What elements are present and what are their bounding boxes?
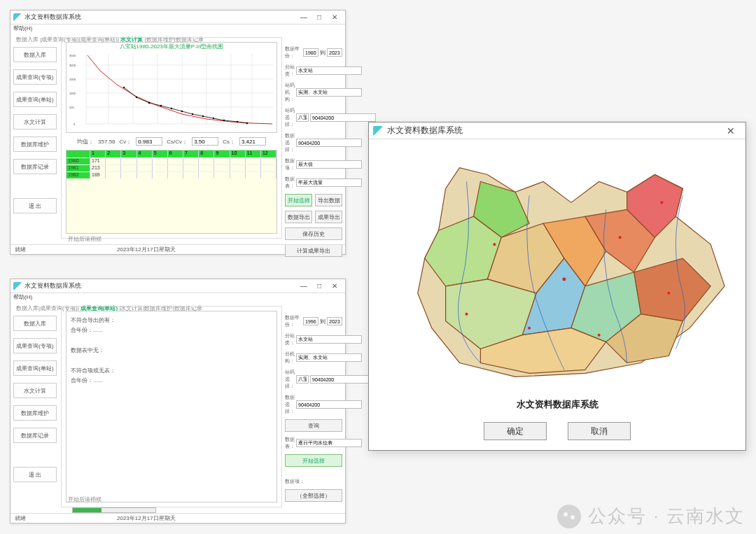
year-to[interactable]	[327, 317, 342, 325]
output-text-pane[interactable]: 不符合导出的有： 合年份：...... 数据表中无： 不符合项或无表： 合年份：…	[66, 311, 277, 503]
chart-svg: 35003000 20001000 5000	[66, 51, 276, 132]
min-button[interactable]: —	[296, 12, 312, 23]
side-calc[interactable]: 水文计算	[13, 114, 57, 129]
svg-point-18	[181, 111, 183, 112]
station-orgs[interactable]	[296, 353, 362, 362]
btn-export-2[interactable]: 成果导出	[315, 211, 342, 223]
year-to[interactable]	[327, 48, 342, 57]
btn-select-all[interactable]: （全部选择）	[285, 489, 342, 502]
svg-text:2000: 2000	[69, 78, 76, 81]
map-ok-button[interactable]: 确定	[484, 422, 547, 440]
status-ready: 就绪	[15, 514, 26, 522]
menu-help[interactable]: 帮助(H)	[13, 25, 32, 31]
app-icon	[373, 126, 383, 136]
svg-point-33	[619, 236, 622, 239]
year-from[interactable]	[303, 317, 318, 325]
grid-header: 123456789101112	[66, 150, 276, 157]
svg-text:500: 500	[69, 106, 74, 109]
map-dialog: 水文资料数据库系统 ✕	[368, 122, 746, 451]
status-date: 2023年12月17日星期天	[117, 514, 176, 522]
svg-text:0: 0	[74, 122, 76, 126]
close-icon[interactable]: ✕	[720, 125, 741, 136]
svg-point-21	[213, 118, 214, 119]
btn-start-select[interactable]: 开始选择	[285, 194, 312, 206]
svg-point-23	[237, 121, 238, 122]
stn-code[interactable]	[296, 375, 309, 384]
svg-point-36	[465, 313, 468, 316]
titlebar: 水文资料数据库系统 — □ ✕	[10, 279, 345, 293]
status-date: 2023年12月17日星期天	[117, 246, 176, 253]
side-query-station[interactable]: 成果查询(单站)	[13, 92, 57, 107]
table-row[interactable]: 1982 189	[66, 171, 276, 178]
side-query-station[interactable]: 成果查询(单站)	[13, 360, 57, 376]
map-canvas[interactable]	[376, 143, 738, 394]
close-button[interactable]: ✕	[327, 281, 342, 292]
sidebar: 数据入库 成果查询(专项) 成果查询(单站) 水文计算 数据库维护 数据库记录 …	[13, 316, 57, 482]
mean-value: 357.58	[98, 139, 115, 145]
window-title: 水文资料数据库系统	[24, 13, 81, 22]
map-titlebar: 水文资料数据库系统 ✕	[369, 122, 746, 139]
btn-query[interactable]: 查询	[285, 419, 342, 432]
side-records[interactable]: 数据库记录	[13, 159, 57, 174]
side-records[interactable]: 数据库记录	[13, 428, 57, 443]
stn-id[interactable]	[310, 375, 376, 384]
station-type[interactable]	[296, 88, 362, 97]
side-query-project[interactable]: 成果查询(专项)	[13, 338, 57, 353]
side-maintain[interactable]: 数据库维护	[13, 136, 57, 152]
stn-code[interactable]	[296, 113, 309, 122]
side-exit[interactable]: 退 出	[13, 467, 57, 482]
yunnan-map-svg	[376, 143, 738, 394]
side-query-project[interactable]: 成果查询(专项)	[13, 69, 57, 85]
data-sel[interactable]	[296, 139, 362, 147]
data-table[interactable]	[296, 439, 362, 447]
data-sel[interactable]	[296, 400, 362, 409]
table-row[interactable]: 1980 171	[66, 157, 276, 164]
cscv-input[interactable]	[192, 137, 218, 146]
side-calc[interactable]: 水文计算	[13, 383, 57, 398]
map-cancel-button[interactable]: 取消	[568, 422, 631, 440]
text-line: 合年份：......	[71, 325, 272, 335]
table-row[interactable]: 1981 213	[66, 164, 276, 171]
mean-label: 均值：	[77, 138, 94, 146]
window-title: 水文资料数据库系统	[24, 281, 81, 290]
btn-save-history[interactable]: 保存历史	[285, 227, 342, 240]
svg-point-24	[246, 122, 248, 124]
side-data-entry[interactable]: 数据入库	[13, 316, 57, 331]
menu-help[interactable]: 帮助(H)	[13, 294, 32, 300]
cv-input[interactable]	[136, 137, 162, 146]
side-exit[interactable]: 退 出	[13, 198, 57, 213]
side-data-entry[interactable]: 数据入库	[13, 47, 57, 62]
svg-point-38	[660, 201, 663, 204]
menu-bar: 帮助(H)	[10, 24, 345, 34]
svg-point-17	[171, 108, 172, 109]
min-button[interactable]: —	[296, 281, 312, 292]
close-button[interactable]: ✕	[327, 12, 342, 23]
sidebar: 数据入库 成果查询(专项) 成果查询(单站) 水文计算 数据库维护 数据库记录 …	[13, 47, 57, 213]
cv-label: Cv：	[120, 138, 132, 146]
btn-export-data[interactable]: 导出数据	[315, 194, 342, 206]
stn-id[interactable]	[310, 113, 376, 122]
svg-point-20	[202, 115, 204, 117]
year-from[interactable]	[303, 48, 318, 57]
cs-input[interactable]	[239, 137, 266, 146]
btn-start-select[interactable]: 开始选择	[285, 454, 342, 467]
status-hint: 开始后请稍候	[68, 496, 102, 503]
menu-bar: 帮助(H)	[10, 293, 345, 303]
window-chart: 水文资料数据库系统 — □ ✕ 帮助(H) 数据入库 |成果查询(专项)|成果查…	[10, 10, 346, 255]
data-item[interactable]	[296, 160, 362, 169]
status-bar: 就绪 2023年12月17日星期天	[10, 244, 345, 254]
side-maintain[interactable]: 数据库维护	[13, 405, 57, 421]
svg-point-13	[123, 87, 125, 88]
station-class[interactable]	[296, 335, 362, 344]
svg-point-22	[223, 120, 225, 121]
right-panel-2: 数据年份： 到 分站类： 分机构： 站码选择： 数据选择： 查询 数据表： 开始…	[285, 314, 342, 502]
chart-title: 八宝站1980-2023年最大流量P-III型曲线图	[66, 43, 276, 51]
btn-export-1[interactable]: 数据导出	[285, 211, 312, 223]
max-button[interactable]: □	[312, 281, 327, 292]
data-table[interactable]	[296, 178, 362, 187]
svg-point-19	[192, 113, 193, 115]
station-class[interactable]	[296, 66, 362, 75]
chart-box: 八宝站1980-2023年最大流量P-III型曲线图	[66, 42, 277, 133]
max-button[interactable]: □	[312, 12, 327, 23]
data-grid[interactable]: 123456789101112 1980 171 1981 213 1982 1…	[66, 150, 277, 234]
